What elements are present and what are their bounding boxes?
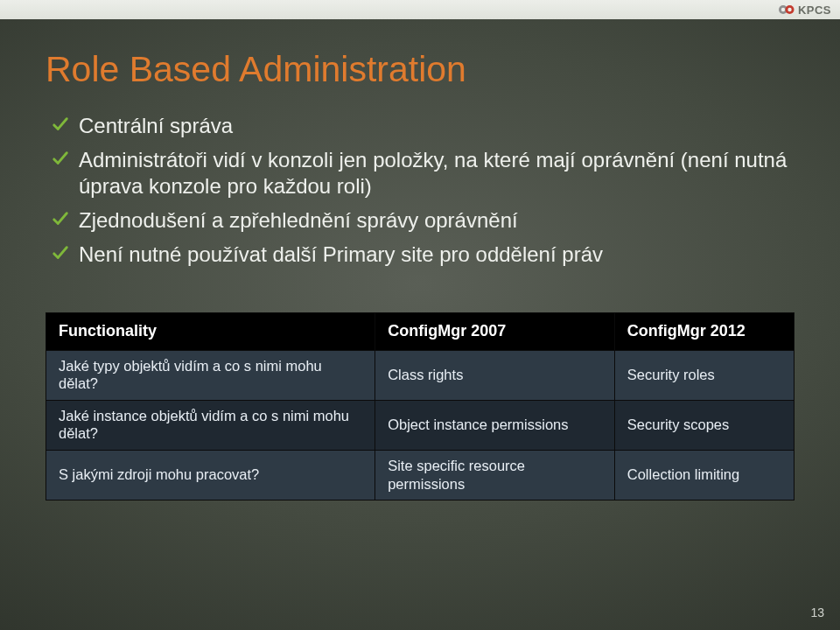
check-icon — [52, 116, 68, 132]
svg-point-1 — [781, 8, 785, 11]
check-icon — [52, 245, 68, 261]
table-cell: Jaké instance objektů vidím a co s nimi … — [46, 400, 375, 450]
table-row: Jaké typy objektů vidím a co s nimi mohu… — [46, 350, 794, 400]
bullet-list: Centrální správa Administrátoři vidí v k… — [46, 113, 794, 269]
brand-logo-icon — [779, 4, 794, 16]
table-cell: Class rights — [375, 350, 615, 400]
table-header-row: Functionality ConfigMgr 2007 ConfigMgr 2… — [46, 312, 794, 350]
table-header-cell: ConfigMgr 2007 — [375, 312, 615, 350]
list-item-text: Administrátoři vidí v konzoli jen položk… — [79, 148, 787, 199]
slide-body: Role Based Administration Centrální sprá… — [0, 19, 840, 630]
table-header-cell: ConfigMgr 2012 — [614, 312, 794, 350]
list-item: Není nutné používat další Primary site p… — [52, 242, 794, 269]
table-cell: Site specific resource permissions — [375, 451, 615, 500]
table-row: S jakými zdroji mohu pracovat? Site spec… — [46, 451, 794, 500]
check-icon — [52, 150, 68, 166]
list-item-text: Zjednodušení a zpřehlednění správy opráv… — [79, 208, 518, 232]
svg-point-3 — [788, 8, 791, 11]
table-cell: Object instance permissions — [375, 400, 615, 450]
comparison-table: Functionality ConfigMgr 2007 ConfigMgr 2… — [46, 312, 794, 501]
check-icon — [52, 211, 68, 227]
table-header-cell: Functionality — [46, 312, 375, 350]
table-cell: Security roles — [614, 350, 794, 400]
list-item-text: Není nutné používat další Primary site p… — [79, 242, 603, 266]
brand-name: KPCS — [798, 4, 831, 17]
table-cell: Security scopes — [614, 400, 794, 450]
table-cell: S jakými zdroji mohu pracovat? — [46, 451, 375, 500]
table-cell: Collection limiting — [614, 451, 794, 500]
list-item: Centrální správa — [52, 113, 794, 140]
table-row: Jaké instance objektů vidím a co s nimi … — [46, 400, 794, 450]
page-number: 13 — [810, 606, 824, 620]
list-item: Zjednodušení a zpřehlednění správy opráv… — [52, 207, 794, 234]
slide-title: Role Based Administration — [46, 49, 794, 90]
table-cell: Jaké typy objektů vidím a co s nimi mohu… — [46, 350, 375, 400]
list-item-text: Centrální správa — [79, 114, 233, 137]
header-bar: KPCS — [0, 0, 840, 19]
list-item: Administrátoři vidí v konzoli jen položk… — [52, 147, 794, 200]
